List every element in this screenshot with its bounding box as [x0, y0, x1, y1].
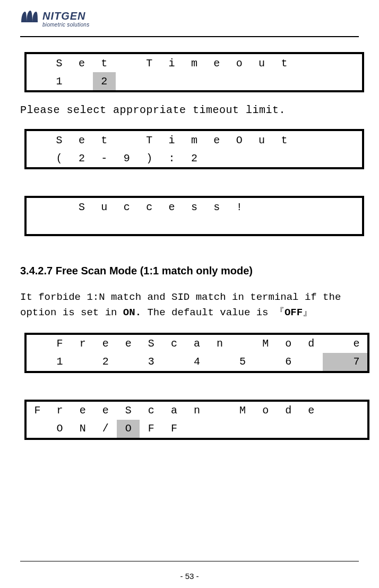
lcd-cell	[162, 353, 185, 372]
lcd-cell: d	[300, 334, 323, 353]
lcd-row: (2-9):2	[25, 149, 363, 168]
lcd-cell: t	[273, 53, 295, 72]
lcd-cell	[205, 149, 228, 168]
lcd-cell: a	[185, 334, 208, 353]
divider-top	[20, 36, 359, 37]
lcd-cell	[116, 130, 138, 149]
lcd-cell: (	[48, 149, 70, 168]
instruction-text: Please select appropriate timeout limit.	[20, 103, 359, 117]
lcd-cell	[25, 353, 48, 372]
lcd-cell: 2	[183, 149, 205, 168]
lcd-cell: F	[48, 334, 71, 353]
lcd-row: FreeScan Mod e	[25, 334, 368, 353]
lcd-cell: 4	[185, 353, 208, 372]
lcd-cell	[71, 72, 93, 91]
lcd-cell: r	[48, 401, 71, 420]
lcd-cell	[296, 149, 318, 168]
lcd-row: FreeScan Mode	[25, 401, 368, 420]
lcd-cell: 2	[93, 72, 115, 91]
lcd-cell	[183, 72, 205, 91]
lcd-cell	[300, 353, 323, 372]
lcd-cell	[318, 53, 340, 72]
lcd-cell: e	[205, 130, 228, 149]
lcd-cell: S	[140, 334, 162, 353]
lcd-cell: e	[117, 334, 140, 353]
lcd-cell	[209, 420, 231, 439]
lcd-cell: n	[209, 334, 231, 353]
para-text: 』	[303, 307, 313, 318]
lcd-cell	[340, 130, 363, 149]
lcd-row: Set TimeOut	[25, 130, 363, 149]
lcd-cell: a	[162, 401, 185, 420]
lcd-cell: e	[300, 401, 323, 420]
lcd-cell	[25, 130, 48, 149]
para-on: ON.	[123, 307, 141, 318]
lcd-cell	[231, 334, 254, 353]
lcd-success: Success!	[24, 196, 364, 236]
lcd-cell	[228, 149, 251, 168]
lcd-cell	[296, 72, 318, 91]
lcd-cell: 5	[231, 353, 254, 372]
lcd-row	[25, 216, 363, 235]
lcd-cell	[323, 353, 346, 372]
lcd-cell	[323, 401, 346, 420]
lcd-cell	[25, 72, 48, 91]
lcd-cell	[231, 420, 254, 439]
lcd-cell: T	[138, 53, 160, 72]
logo-icon	[20, 10, 38, 25]
lcd-set-timeout-input: Set TimeOut (2-9):2	[24, 129, 364, 169]
lcd-set-timeout-menu: Set Timeout 1 2	[24, 52, 364, 92]
brand-tagline: biometric solutions	[42, 22, 90, 28]
section-heading: 3.4.2.7 Free Scan Mode (1:1 match only m…	[20, 265, 359, 277]
lcd-cell	[323, 420, 346, 439]
para-text: The default value is 『	[141, 307, 285, 318]
lcd-cell: m	[183, 130, 205, 149]
lcd-cell: )	[138, 149, 160, 168]
lcd-cell: F	[140, 420, 162, 439]
lcd-cell: O	[48, 420, 71, 439]
lcd-cell	[318, 130, 340, 149]
brand-name: NITGEN	[42, 11, 90, 21]
lcd-cell: 2	[94, 353, 117, 372]
header: NITGEN biometric solutions	[20, 10, 359, 33]
lcd-row: Success!	[25, 197, 363, 216]
lcd-cell	[346, 401, 368, 420]
lcd-cell	[160, 72, 183, 91]
lcd-cell: r	[71, 334, 94, 353]
lcd-cell	[296, 53, 318, 72]
lcd-row: 1 2 3 4 5 6 7	[25, 353, 368, 372]
lcd-cell	[273, 72, 295, 91]
lcd-cell	[254, 420, 277, 439]
lcd-cell: e	[94, 401, 117, 420]
lcd-cell: s	[183, 197, 205, 216]
lcd-cell	[117, 353, 140, 372]
lcd-cell	[346, 420, 368, 439]
lcd-cell: t	[93, 130, 115, 149]
lcd-cell: e	[94, 334, 117, 353]
page-number: - 53 -	[0, 572, 379, 581]
lcd-cell	[251, 197, 273, 216]
lcd-cell: c	[140, 401, 162, 420]
lcd-cell	[251, 149, 273, 168]
lcd-cell: F	[25, 401, 48, 420]
lcd-cell	[25, 334, 48, 353]
lcd-cell	[205, 72, 228, 91]
lcd-cell: O	[228, 130, 251, 149]
lcd-cell: 9	[116, 149, 138, 168]
lcd-cell: c	[116, 197, 138, 216]
lcd-cell	[318, 197, 340, 216]
lcd-cell	[185, 420, 208, 439]
lcd-cell	[228, 72, 251, 91]
lcd-cell: e	[160, 197, 183, 216]
lcd-cell: o	[277, 334, 300, 353]
lcd-freescan-toggle: FreeScan Mode ON/OFF	[24, 400, 369, 440]
lcd-row: 1 2	[25, 72, 363, 91]
lcd-cell: 6	[277, 353, 300, 372]
lcd-cell: e	[71, 53, 93, 72]
lcd-cell	[340, 72, 363, 91]
lcd-cell: s	[205, 197, 228, 216]
lcd-cell: e	[205, 53, 228, 72]
lcd-cell: t	[273, 130, 295, 149]
lcd-cell	[25, 420, 48, 439]
lcd-cell: u	[251, 130, 273, 149]
